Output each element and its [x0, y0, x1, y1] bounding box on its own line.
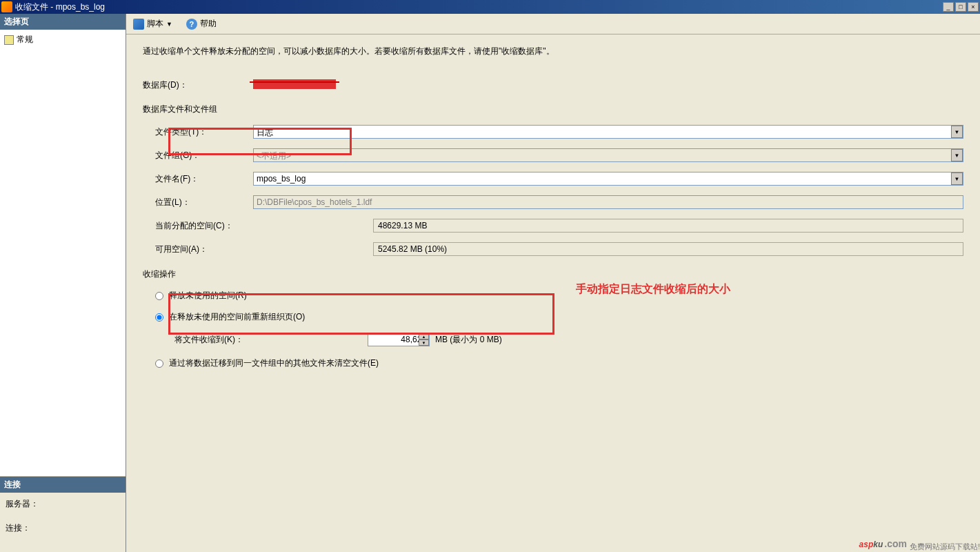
- chevron-down-icon[interactable]: ▼: [951, 172, 963, 185]
- window-titlebar: 收缩文件 - mpos_bs_log _ □ ×: [0, 0, 980, 14]
- database-value-redacted: [253, 79, 336, 89]
- radio-reorganize-label: 在释放未使用的空间前重新组织页(O): [169, 311, 305, 323]
- location-input: D:\DBFile\cpos_bs_hotels_1.ldf: [253, 195, 963, 209]
- spinner-up-button[interactable]: ▲: [419, 333, 429, 339]
- script-label: 脚本: [147, 18, 163, 30]
- select-page-header: 选择页: [0, 14, 126, 30]
- spinner-down-button[interactable]: ▼: [419, 339, 429, 346]
- shrink-section-title: 收缩操作: [143, 268, 963, 280]
- help-button[interactable]: ? 帮助: [183, 17, 219, 31]
- database-label: 数据库(D)：: [143, 79, 253, 91]
- page-icon: [4, 35, 14, 45]
- file-name-label: 文件名(F)：: [155, 173, 253, 185]
- file-group-section-title: 数据库文件和文件组: [143, 103, 963, 115]
- page-tree: 常规: [0, 30, 126, 476]
- tree-item-general[interactable]: 常规: [3, 32, 123, 47]
- file-type-select[interactable]: 日志: [253, 125, 963, 139]
- watermark-sub: 免费网站源码下载站!: [910, 542, 980, 552]
- minimize-button[interactable]: _: [943, 2, 954, 12]
- current-space-value: 48629.13 MB: [373, 219, 963, 233]
- annotation-text: 手动指定日志文件收缩后的大小: [576, 282, 730, 297]
- shrink-to-label: 将文件收缩到(K)：: [174, 334, 368, 346]
- toolbar: 脚本 ▼ ? 帮助: [126, 14, 980, 34]
- window-icon: [1, 1, 12, 12]
- connection-header: 连接: [0, 477, 126, 493]
- radio-release-unused[interactable]: [155, 292, 163, 300]
- location-label: 位置(L)：: [155, 197, 253, 208]
- tree-item-label: 常规: [17, 34, 33, 46]
- radio-migrate-label: 通过将数据迁移到同一文件组中的其他文件来清空文件(E): [169, 357, 379, 369]
- content-panel: 脚本 ▼ ? 帮助 通过收缩单个文件释放未分配的空间，可以减小数据库的大小。若要…: [126, 14, 980, 552]
- shrink-to-spinner[interactable]: 48,629 ▲ ▼: [368, 333, 430, 346]
- radio-migrate[interactable]: [155, 359, 163, 368]
- left-panel: 选择页 常规 连接 服务器： 连接：: [0, 14, 126, 552]
- available-space-value: 5245.82 MB (10%): [373, 242, 963, 256]
- help-icon: ?: [186, 19, 197, 30]
- current-space-label: 当前分配的空间(C)：: [155, 220, 373, 232]
- file-group-select: <不适用>: [253, 148, 963, 162]
- window-title: 收缩文件 - mpos_bs_log: [15, 1, 943, 13]
- watermark: aspku.com 免费网站源码下载站!: [859, 530, 980, 552]
- connection-label: 连接：: [6, 522, 120, 534]
- description-text: 通过收缩单个文件释放未分配的空间，可以减小数据库的大小。若要收缩所有数据库文件，…: [143, 46, 963, 57]
- server-label: 服务器：: [6, 498, 120, 510]
- help-label: 帮助: [200, 18, 217, 30]
- watermark-logo-rest: ku: [873, 540, 883, 549]
- chevron-down-icon: ▼: [951, 149, 963, 161]
- maximize-button[interactable]: □: [955, 2, 966, 12]
- script-button[interactable]: 脚本 ▼: [130, 17, 175, 31]
- file-group-label: 文件组(G)：: [155, 150, 253, 161]
- close-button[interactable]: ×: [968, 2, 979, 12]
- watermark-com: .com: [884, 538, 907, 549]
- radio-reorganize[interactable]: [155, 313, 163, 322]
- chevron-down-icon: ▼: [166, 21, 172, 28]
- radio-release-unused-label: 释放未使用的空间(R): [169, 290, 247, 302]
- chevron-down-icon[interactable]: ▼: [951, 126, 963, 138]
- available-space-label: 可用空间(A)：: [155, 244, 373, 255]
- mb-hint: MB (最小为 0 MB): [435, 334, 502, 346]
- file-type-label: 文件类型(T)：: [155, 126, 253, 138]
- script-icon: [133, 19, 144, 30]
- file-name-select[interactable]: mpos_bs_log: [253, 172, 963, 186]
- watermark-logo-a: asp: [859, 540, 874, 549]
